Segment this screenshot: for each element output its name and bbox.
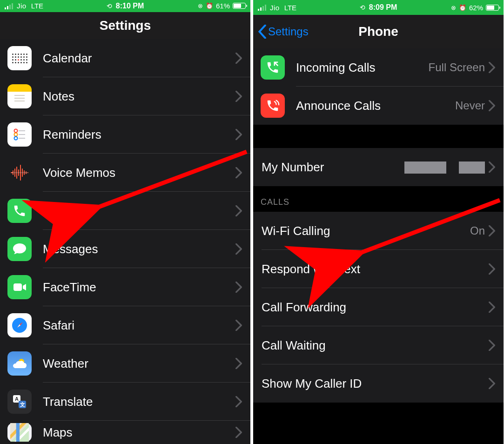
chevron-right-icon: [489, 378, 495, 389]
nav-header: Settings: [0, 12, 250, 39]
row-label: Respond with Text: [262, 262, 489, 276]
chevron-right-icon: [489, 263, 495, 275]
row-safari[interactable]: Safari: [0, 306, 250, 344]
row-label: Call Forwarding: [262, 300, 489, 315]
notes-icon: [7, 84, 32, 108]
svg-point-3: [14, 129, 18, 133]
row-label: Calendar: [43, 51, 235, 66]
row-announce-calls[interactable]: Announce Calls Never: [253, 87, 504, 125]
network-label: LTE: [284, 4, 296, 12]
row-wifi-calling[interactable]: Wi-Fi Calling On: [253, 212, 504, 250]
phone-icon: [7, 199, 32, 223]
chevron-right-icon: [235, 129, 242, 140]
row-call-forwarding[interactable]: Call Forwarding: [253, 288, 504, 326]
status-bar: Jio LTE ⟲ 8:09 PM ⊗ ⏰ 62%: [253, 0, 504, 15]
hotspot-icon: ⟲: [360, 4, 365, 11]
chevron-right-icon: [489, 340, 495, 351]
row-label: Weather: [43, 357, 235, 371]
row-voice-memos[interactable]: Voice Memos: [0, 154, 250, 192]
back-button[interactable]: Settings: [258, 25, 309, 39]
row-call-waiting[interactable]: Call Waiting: [253, 326, 504, 364]
chevron-right-icon: [235, 243, 242, 255]
row-phone[interactable]: Phone: [0, 192, 250, 230]
row-value-redacted: [404, 161, 485, 174]
row-my-number[interactable]: My Number: [253, 148, 504, 186]
svg-rect-0: [14, 95, 25, 96]
facetime-icon: [7, 275, 32, 299]
hotspot-icon: ⟲: [107, 2, 112, 10]
row-label: Show My Caller ID: [262, 377, 489, 391]
row-label: Messages: [43, 242, 235, 256]
left-screenshot: Jio LTE ⟲ 8:10 PM ⊗ ⏰ 61% Settings: [0, 0, 250, 444]
row-value: On: [470, 224, 485, 237]
battery-icon: [233, 3, 246, 9]
alarm-icon: ⏰: [206, 2, 213, 9]
phone-settings-list[interactable]: Incoming Calls Full Screen Announce Call…: [253, 48, 504, 444]
row-facetime[interactable]: FaceTime: [0, 268, 250, 306]
row-value: Full Screen: [429, 61, 485, 74]
chevron-right-icon: [235, 427, 242, 438]
row-reminders[interactable]: Reminders: [0, 115, 250, 154]
row-maps[interactable]: Maps: [0, 421, 250, 444]
announce-calls-icon: [261, 94, 285, 118]
row-show-my-caller-id[interactable]: Show My Caller ID: [253, 364, 504, 403]
row-notes[interactable]: Notes: [0, 77, 250, 115]
chevron-right-icon: [235, 396, 242, 407]
calendar-icon: [7, 46, 32, 70]
row-respond-with-text[interactable]: Respond with Text: [253, 250, 504, 288]
svg-rect-2: [14, 101, 25, 101]
row-label: Announce Calls: [296, 99, 455, 113]
chevron-right-icon: [489, 225, 495, 236]
reminders-icon: [7, 122, 32, 147]
row-weather[interactable]: Weather: [0, 344, 250, 383]
alarm-icon: ⏰: [459, 4, 466, 11]
orientation-lock-icon: ⊗: [451, 4, 456, 11]
row-label: FaceTime: [43, 280, 235, 295]
row-label: Incoming Calls: [296, 61, 429, 75]
network-label: LTE: [31, 2, 43, 10]
messages-icon: [7, 237, 32, 261]
nav-header: Settings Phone: [253, 15, 504, 48]
safari-icon: [7, 313, 32, 337]
svg-rect-6: [19, 130, 25, 131]
signal-icon: [258, 4, 266, 11]
svg-rect-8: [19, 138, 25, 139]
svg-text:文: 文: [20, 402, 25, 407]
back-label: Settings: [268, 25, 309, 38]
status-bar: Jio LTE ⟲ 8:10 PM ⊗ ⏰ 61%: [0, 0, 250, 12]
status-time: 8:10 PM: [116, 2, 144, 10]
signal-icon: [5, 3, 13, 9]
svg-rect-1: [14, 98, 25, 99]
chevron-right-icon: [235, 91, 242, 102]
chevron-right-icon: [489, 161, 495, 173]
carrier-label: Jio: [17, 2, 27, 10]
row-calendar[interactable]: Calendar: [0, 39, 250, 77]
chevron-right-icon: [235, 167, 242, 178]
status-time: 8:09 PM: [369, 3, 397, 12]
page-title: Phone: [358, 24, 398, 39]
maps-icon: [7, 423, 32, 442]
row-label: Voice Memos: [43, 166, 235, 180]
row-label: Maps: [43, 425, 235, 440]
row-messages[interactable]: Messages: [0, 230, 250, 268]
incoming-call-icon: [261, 55, 285, 80]
row-label: Reminders: [43, 128, 235, 142]
chevron-right-icon: [235, 53, 242, 64]
weather-icon: [7, 351, 32, 376]
row-label: Translate: [43, 395, 235, 409]
row-label: Call Waiting: [262, 338, 489, 353]
translate-icon: A文: [7, 390, 32, 414]
row-label: Wi-Fi Calling: [262, 224, 470, 238]
section-header-calls: CALLS: [253, 186, 504, 212]
row-label: Notes: [43, 89, 235, 104]
row-translate[interactable]: A文 Translate: [0, 383, 250, 421]
orientation-lock-icon: ⊗: [198, 2, 203, 9]
row-incoming-calls[interactable]: Incoming Calls Full Screen: [253, 48, 504, 87]
chevron-right-icon: [235, 358, 242, 369]
settings-list[interactable]: Calendar Notes: [0, 39, 250, 444]
chevron-right-icon: [235, 320, 242, 331]
battery-icon: [486, 5, 499, 11]
row-label: Phone: [43, 204, 235, 218]
svg-rect-7: [19, 134, 25, 135]
row-label: Safari: [43, 318, 235, 333]
